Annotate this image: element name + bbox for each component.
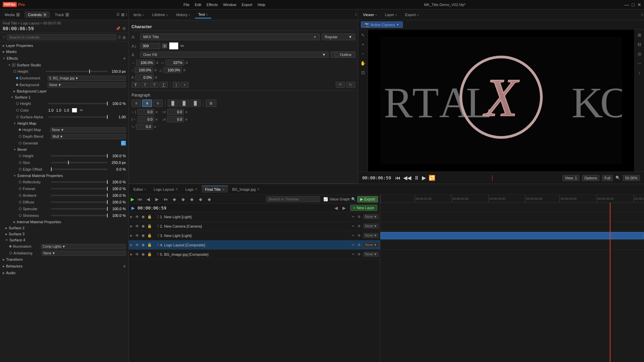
tl-keyframe-next-button[interactable]: ◆ xyxy=(189,196,195,202)
timeline-ruler[interactable]: 00:00:01:00 00:00:02:00 00:00:03:00 00:0… xyxy=(380,195,644,203)
char-panel-expand[interactable]: ⟩ xyxy=(355,12,357,17)
style-dropdown[interactable]: Regular ▼ xyxy=(322,34,355,40)
menu-export[interactable]: Export xyxy=(241,3,252,7)
layer-5-label-dropdown[interactable]: None ▼ xyxy=(363,252,379,257)
s1-alpha-dot[interactable] xyxy=(16,116,19,118)
reflectivity-dot[interactable] xyxy=(19,181,21,183)
layer-1-clip-icon[interactable]: ✂ xyxy=(352,215,357,219)
viewer-expand-icon[interactable]: ⟩ xyxy=(641,12,643,17)
layer-2-solo-icon[interactable]: ◉ xyxy=(142,224,146,228)
tab-logo-layout-close[interactable]: ✕ xyxy=(175,187,178,191)
expand-panel-icon[interactable]: ⟩ xyxy=(126,12,127,17)
specular-slider[interactable] xyxy=(51,208,108,209)
s1-color-swatch[interactable] xyxy=(72,108,77,113)
bevel-edge-slider[interactable] xyxy=(51,169,108,170)
layer-3-visibility-icon[interactable]: 👁 xyxy=(135,233,141,238)
layer-3-lock-icon[interactable]: 🔒 xyxy=(147,233,152,238)
export-button[interactable]: ▶ Export xyxy=(357,196,378,202)
surface4-header[interactable]: ▼ Surface 4 xyxy=(0,237,128,243)
hand-tool[interactable]: ✋ xyxy=(359,59,367,67)
filter-icon[interactable]: ▽ xyxy=(3,35,5,40)
tab-media[interactable]: Media ≡ xyxy=(1,11,23,18)
search-grid-icon[interactable]: ▦ xyxy=(122,35,126,40)
search-input[interactable] xyxy=(7,34,116,40)
layer-4-solo-icon[interactable]: ◉ xyxy=(142,243,146,247)
shininess-slider[interactable] xyxy=(51,215,108,216)
s1-height-dot[interactable] xyxy=(16,102,19,105)
effects-add-button[interactable]: + xyxy=(123,56,126,61)
behaviors-header[interactable]: ▶ Behaviors + xyxy=(0,262,128,270)
ambient-slider[interactable] xyxy=(51,195,108,196)
behaviors-add-button[interactable]: + xyxy=(123,263,126,269)
tab-track[interactable]: Track ≡ xyxy=(51,11,72,18)
tab-logo[interactable]: Logo ✕ xyxy=(182,186,201,193)
layer-2-clip-icon[interactable]: ✂ xyxy=(352,224,357,228)
height-stepper[interactable]: ≡ xyxy=(154,68,157,72)
layer-row-2[interactable]: ▶ 👁 ◉ 🔒 2 2. New Camera [Camera] ✂ ⚙ Non… xyxy=(129,222,380,231)
layer-3-clip-icon[interactable]: ✂ xyxy=(352,234,357,237)
cursor-tool[interactable]: ↖ xyxy=(359,31,367,39)
track-4-clip[interactable] xyxy=(380,232,644,239)
layer-1-label-dropdown[interactable]: None ▼ xyxy=(363,214,379,219)
surface1-header[interactable]: ▼ Surface 1 xyxy=(5,94,128,100)
transform-header[interactable]: ▶ Transform xyxy=(0,256,128,262)
tab-text[interactable]: Text ≡ xyxy=(195,11,211,18)
tab-logo-close[interactable]: ✕ xyxy=(195,187,198,191)
tl-keyframe-prev-button[interactable]: ◆ xyxy=(171,196,178,202)
para-align-center[interactable]: ≡ xyxy=(142,100,152,107)
surface-height-slider[interactable] xyxy=(46,71,108,72)
superscript-button[interactable]: T¹ xyxy=(336,82,345,88)
bevel-edge-dot[interactable] xyxy=(19,168,21,171)
layer-5-clip-icon[interactable]: ✂ xyxy=(352,252,357,256)
loop-button[interactable]: 🔁 xyxy=(429,175,435,181)
background-dropdown[interactable]: None ▼ xyxy=(48,82,126,87)
layer-4-settings-icon[interactable]: ⚙ xyxy=(358,243,362,247)
layer-4-clip-icon[interactable]: ✂ xyxy=(352,243,357,247)
tl-keyframe-last-button[interactable]: ◆ xyxy=(206,196,213,202)
menu-effects[interactable]: Effects xyxy=(207,3,218,7)
space-before-input[interactable] xyxy=(167,109,184,115)
menu-help[interactable]: Help xyxy=(258,3,265,7)
layer-4-expand[interactable]: ▶ xyxy=(130,243,134,247)
indent-left-input[interactable] xyxy=(138,109,154,115)
safe-zones-tool[interactable]: ⊞ xyxy=(635,31,643,39)
indent-right-stepper[interactable]: ≡ xyxy=(156,117,158,121)
height-input[interactable] xyxy=(135,67,153,73)
specular-dot[interactable] xyxy=(19,207,21,210)
layer-5-settings-icon[interactable]: ⚙ xyxy=(358,252,362,256)
layer-3-label-dropdown[interactable]: None ▼ xyxy=(363,233,379,238)
background-layer-header[interactable]: ▶ Background Layer xyxy=(5,88,128,94)
tl-nav-right-button[interactable]: ▶ xyxy=(341,204,347,211)
tracking-stepper[interactable]: ≡ xyxy=(185,60,188,65)
layer-row-1[interactable]: ▶ 👁 ◉ 🔒 1 1. New Light [Light] ✂ ⚙ None … xyxy=(129,212,380,222)
layer-2-label-dropdown[interactable]: None ▼ xyxy=(363,224,379,229)
layer-2-lock-icon[interactable]: 🔒 xyxy=(147,224,152,228)
layer-2-settings-icon[interactable]: ⚙ xyxy=(358,224,362,228)
generate-checkbox[interactable]: ✓ xyxy=(121,141,126,145)
para-align-left[interactable]: ≡ xyxy=(131,100,141,107)
italic-button[interactable]: T xyxy=(141,82,149,88)
minimize-button[interactable]: — xyxy=(625,2,629,7)
layer-4-visibility-icon[interactable]: 👁 xyxy=(135,243,141,247)
surface-height-dot[interactable] xyxy=(13,70,16,73)
tab-lifetime[interactable]: Lifetime ≡ xyxy=(149,11,171,18)
tab-logo-layout[interactable]: Logo Layout ✕ xyxy=(150,186,181,193)
bevel-height-slider[interactable] xyxy=(51,155,108,157)
bold-button[interactable]: T xyxy=(131,82,140,88)
para-justify-center[interactable]: █ xyxy=(179,100,190,107)
para-justify-right[interactable]: █ xyxy=(190,100,201,107)
tab-final-title-close[interactable]: ✕ xyxy=(222,188,225,191)
baseline-input[interactable] xyxy=(135,74,154,80)
layer-1-lock-icon[interactable]: 🔒 xyxy=(147,215,152,219)
layer-3-solo-icon[interactable]: ◉ xyxy=(142,233,146,238)
tl-rewind-button[interactable]: ⏮ xyxy=(136,196,143,202)
masks-header[interactable]: ▶ Masks xyxy=(0,49,128,55)
layer-1-solo-icon[interactable]: ◉ xyxy=(142,215,146,219)
layer-properties-header[interactable]: ▶ Layer Properties xyxy=(0,43,128,49)
search-list-icon[interactable]: ☰ xyxy=(118,35,121,40)
layer-5-expand[interactable]: ▶ xyxy=(130,252,134,256)
surface2-header[interactable]: ▶ Surface 2 xyxy=(0,225,128,231)
layer-row-3[interactable]: ▶ 👁 ◉ 🔒 3 3. New Light [Light] ✂ ⚙ None … xyxy=(129,231,380,240)
layer-row-5[interactable]: ▶ 👁 ◉ 🔒 5 5. BG_Image.jpg [Composite] ✂ … xyxy=(129,250,380,259)
tl-play-active-icon[interactable]: ▶ xyxy=(131,205,135,210)
